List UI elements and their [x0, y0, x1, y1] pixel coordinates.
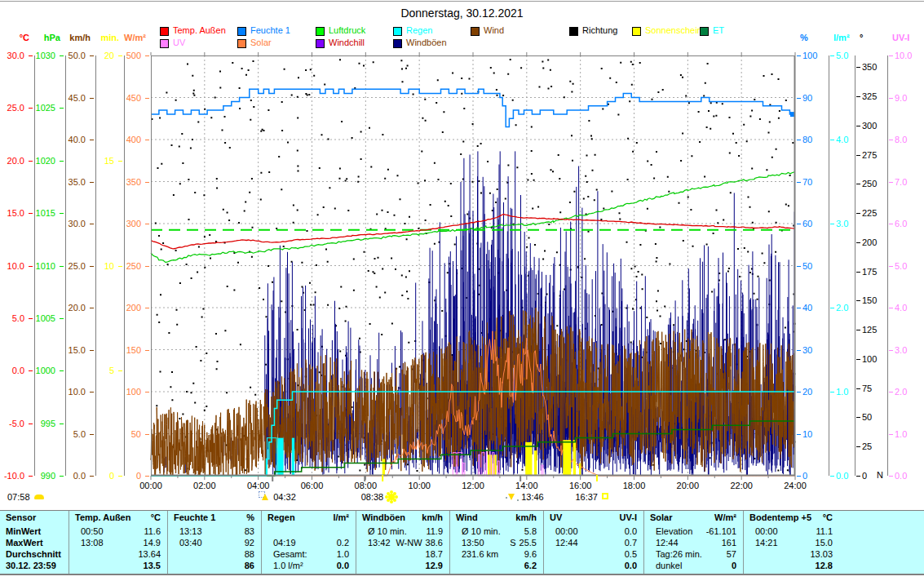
x-axis-label: 00:00: [134, 481, 168, 490]
axis-tick: [889, 140, 893, 140]
axis-value-label: 350: [862, 62, 898, 72]
stat-row: MinWert: [0, 526, 69, 537]
stat-header: Windkm/h: [450, 511, 544, 526]
marker-time-16:37: 16:37: [568, 492, 598, 502]
stat-column-uv: UVUV-I00:000.012:440.70.50.0: [544, 511, 644, 574]
stat-header: Sensor: [0, 511, 69, 526]
axis-tick: [856, 184, 860, 184]
stat-header-name: UV: [550, 512, 562, 526]
axis-value-label: 1020: [20, 156, 55, 166]
corner-time: 07:58: [7, 492, 30, 502]
axis-tick: [889, 392, 893, 393]
axis-value-label: 1.0: [895, 429, 924, 439]
axis-value-label: 10.0: [895, 51, 924, 60]
axis-value-label: 5: [78, 366, 114, 375]
axis-tick: [830, 55, 834, 56]
axis-value-label: 50: [802, 261, 838, 271]
stat-cell-time: 14:21: [755, 538, 778, 548]
axis-tick: [856, 476, 860, 477]
legend-swatch-regen: [393, 27, 402, 36]
axis-value-label: 275: [862, 150, 898, 160]
axis-tick: [60, 161, 64, 162]
stat-column-temp-au-en: Temp. Außen°C00:5011.613:0814.913.6413.5: [69, 511, 168, 574]
stat-row: Elevation-61.101: [644, 526, 744, 537]
axis-tick: [856, 417, 860, 418]
legend-label: Temp. Außen: [173, 25, 226, 35]
stat-row: 18.7: [356, 548, 450, 560]
axis-value-label: 350: [105, 177, 141, 187]
axis-tick: [90, 182, 94, 183]
x-axis-label: 20:00: [670, 481, 705, 490]
axis-value-label: 35.0: [50, 177, 86, 187]
axis-value-label: 400: [105, 135, 141, 144]
axis-line-l/m²: [829, 55, 829, 476]
stat-cell-value: 18.7: [426, 549, 443, 559]
x-axis-label: 24:00: [778, 481, 812, 490]
axis-tick: [797, 392, 801, 393]
axis-tick: [797, 350, 801, 351]
stat-cell-value: 5.8: [524, 526, 537, 536]
legend-swatch-luftdruck: [316, 27, 325, 36]
axis-value-label: 7.0: [895, 177, 924, 187]
x-axis-label: 06:00: [295, 481, 329, 490]
x-axis-label: 10:00: [402, 481, 436, 490]
axis-tick: [856, 359, 860, 360]
stat-cell-value: 0.2: [337, 538, 349, 548]
stat-column-feuchte-1: Feuchte 1%13:138303:40928886: [168, 511, 262, 574]
axis-value-label: 5.0: [836, 51, 872, 60]
stat-row: 13.5: [69, 560, 168, 571]
stat-cell-time: 00:00: [555, 526, 578, 536]
legend-label: ET: [713, 25, 724, 35]
x-axis-label: 12:00: [456, 481, 490, 490]
axis-tick: [856, 446, 860, 447]
axis-value-label: 175: [862, 267, 898, 277]
axis-tick: [90, 434, 94, 435]
stat-row: Gesamt:1.0: [262, 548, 356, 560]
stat-cell-time: Gesamt:: [273, 549, 307, 559]
axis-tick: [118, 161, 122, 162]
axis-tick: [90, 350, 94, 351]
legend-swatch-temp-au-en: [160, 27, 169, 36]
legend-label: Windchill: [329, 38, 365, 47]
stat-header-name: Bodentemp +5: [749, 512, 811, 526]
stat-row: 88: [168, 548, 262, 560]
stat-cell-time: 03:40: [179, 538, 202, 548]
axis-tick: [145, 266, 149, 267]
stat-header: UVUV-I: [544, 511, 644, 526]
axis-value-label: 4.0: [836, 135, 872, 144]
legend-swatch-wind: [471, 27, 480, 36]
stat-cell-value: 0: [732, 561, 736, 570]
stat-header-name: Sensor: [6, 512, 36, 526]
stat-row: 12:440.7: [544, 537, 644, 548]
stat-cell-time: 13:42: [368, 538, 391, 548]
window-top-border: [0, 1, 924, 2]
stat-cell-time: Elevation: [656, 526, 692, 536]
stat-row-label: 30.12. 23:59: [6, 561, 56, 570]
axis-tick: [856, 155, 860, 156]
axis-tick: [145, 140, 149, 140]
legend-swatch-windchill: [316, 39, 325, 48]
stat-header-unit: W/m²: [714, 512, 736, 526]
axis-tick: [90, 392, 94, 393]
stat-header: Bodentemp +5°C: [744, 511, 840, 526]
axis-value-label: 995: [20, 419, 55, 428]
moonset-arrow-icon: [508, 494, 515, 500]
stat-column-sensor: SensorMinWertMaxWertDurchschnitt30.12. 2…: [0, 511, 69, 574]
stat-cell-time: Tag:26 min.: [656, 549, 702, 559]
moonset-dot-icon: [517, 499, 519, 501]
axis-tick: [60, 370, 64, 371]
stat-column-solar: SolarW/m²Elevation-61.10112:44161Tag:26 …: [644, 511, 744, 574]
stat-row: 13.64: [69, 548, 168, 560]
stat-row: 13:1383: [168, 526, 262, 537]
stat-header-unit: l/m²: [333, 512, 349, 526]
x-axis-label: 22:00: [724, 481, 758, 490]
stat-cell-time: 13:13: [179, 526, 202, 536]
stat-row: 00:0011.1: [744, 526, 840, 537]
stat-row: 30.12. 23:59: [0, 560, 69, 571]
stat-cell-value: 11.1: [816, 526, 833, 536]
axis-tick: [797, 434, 801, 435]
axis-tick: [889, 55, 893, 56]
axis-value-label: 45.0: [50, 93, 86, 103]
axis-value-label: 15.0: [50, 345, 86, 355]
sunshine-bar: [579, 463, 581, 476]
